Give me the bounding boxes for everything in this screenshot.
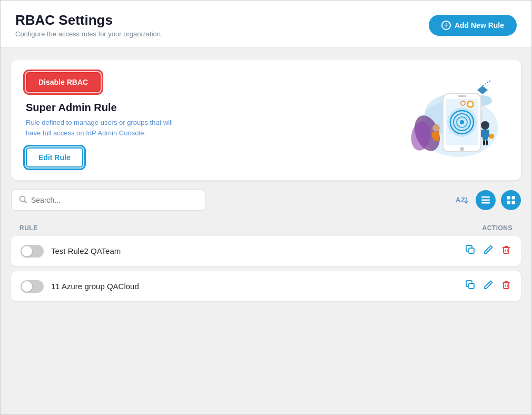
row-left: Test Rule2 QATeam	[21, 245, 121, 258]
super-admin-card: Disable RBAC Super Admin Rule Rule defin…	[11, 60, 521, 180]
page-title: RBAC Settings	[15, 12, 163, 28]
svg-rect-28	[437, 132, 439, 138]
svg-point-18	[481, 121, 489, 130]
svg-text:Z: Z	[461, 196, 465, 204]
main-content: Disable RBAC Super Admin Rule Rule defin…	[1, 48, 531, 414]
svg-text:A: A	[456, 196, 461, 204]
svg-rect-38	[481, 202, 490, 204]
row-left: 11 Azure group QACloud	[21, 280, 139, 293]
add-new-rule-button[interactable]: + Add New Rule	[429, 15, 517, 36]
svg-line-6	[482, 81, 490, 86]
svg-rect-20	[481, 130, 484, 137]
edit-rule-label: Edit Rule	[38, 153, 71, 162]
rule-name-2: 11 Azure group QACloud	[51, 282, 139, 291]
toggle-knob	[22, 246, 32, 256]
rule-name-1: Test Rule2 QATeam	[51, 246, 121, 255]
svg-rect-42	[512, 201, 516, 205]
actions-column-header: ACTIONS	[482, 224, 513, 232]
grid-view-icon	[507, 196, 515, 204]
illustration	[380, 75, 506, 165]
svg-rect-41	[507, 201, 510, 205]
svg-rect-39	[507, 196, 510, 200]
add-new-rule-label: Add New Rule	[455, 21, 504, 29]
svg-point-17	[461, 102, 465, 105]
view-controls: A Z	[456, 190, 521, 210]
copy-rule-1-button[interactable]	[465, 244, 476, 258]
list-view-button[interactable]	[476, 190, 496, 210]
delete-rule-2-button[interactable]	[501, 280, 511, 293]
table-row: 11 Azure group QACloud	[11, 271, 521, 301]
list-view-icon	[481, 196, 490, 204]
copy-rule-2-button[interactable]	[465, 280, 476, 293]
plus-circle-icon: +	[441, 21, 451, 30]
svg-rect-23	[486, 140, 488, 145]
svg-rect-22	[483, 140, 485, 145]
search-input[interactable]	[31, 196, 198, 204]
svg-rect-43	[469, 248, 474, 253]
toggle-knob	[22, 281, 32, 292]
svg-rect-24	[489, 134, 494, 139]
edit-rule-1-button[interactable]	[483, 244, 494, 258]
az-sort-button[interactable]: A Z	[456, 194, 470, 206]
svg-rect-30	[458, 95, 466, 97]
toggle-rule-2[interactable]	[21, 280, 44, 293]
super-admin-title: Super Admin Rule	[26, 102, 179, 114]
row-actions-2	[465, 280, 511, 293]
grid-view-button[interactable]	[501, 190, 521, 210]
page-header: RBAC Settings Configure the access rules…	[1, 1, 531, 48]
page-subtitle: Configure the access rules for your orga…	[15, 30, 163, 38]
svg-point-15	[468, 102, 472, 106]
svg-point-29	[460, 147, 464, 151]
row-actions-1	[465, 244, 511, 258]
table-row: Test Rule2 QATeam	[11, 236, 521, 266]
svg-rect-44	[504, 248, 509, 253]
svg-rect-40	[512, 196, 516, 200]
disable-rbac-button[interactable]: Disable RBAC	[26, 72, 101, 92]
svg-point-13	[460, 120, 464, 124]
delete-rule-1-button[interactable]	[501, 244, 511, 258]
search-icon	[19, 195, 27, 205]
super-admin-description: Rule defined to manage users or groups t…	[26, 117, 179, 138]
svg-marker-5	[477, 86, 488, 94]
table-header: RULE ACTIONS	[11, 220, 521, 236]
svg-rect-37	[481, 200, 490, 201]
search-controls: A Z	[11, 190, 521, 211]
toggle-rule-1[interactable]	[21, 245, 44, 258]
svg-point-25	[432, 124, 440, 132]
svg-rect-27	[432, 132, 435, 138]
rule-column-header: RULE	[19, 224, 38, 232]
search-box	[11, 190, 206, 211]
disable-rbac-label: Disable RBAC	[38, 78, 88, 86]
svg-line-32	[25, 201, 27, 203]
edit-rule-button[interactable]: Edit Rule	[26, 147, 83, 167]
super-admin-left: Disable RBAC Super Admin Rule Rule defin…	[26, 72, 179, 167]
edit-rule-2-button[interactable]	[483, 280, 494, 293]
rules-table: RULE ACTIONS Test Rule2 QATeam	[11, 220, 521, 307]
svg-rect-36	[481, 196, 490, 198]
header-text: RBAC Settings Configure the access rules…	[15, 12, 163, 38]
svg-rect-48	[504, 283, 509, 289]
svg-rect-47	[469, 283, 474, 289]
